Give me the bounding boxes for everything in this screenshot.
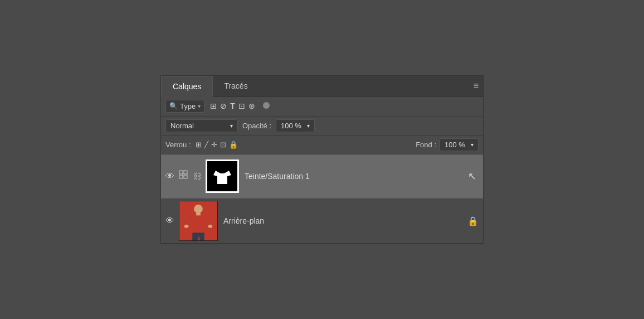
- layer-thumbnail: [206, 160, 239, 193]
- filter-type-select[interactable]: 🔍 Type ▾: [165, 100, 204, 113]
- layer-thumbnail: [179, 201, 218, 241]
- layer-row[interactable]: 👁: [161, 199, 483, 244]
- filter-text-icon[interactable]: T: [230, 102, 235, 110]
- svg-point-6: [194, 205, 203, 214]
- filter-row: 🔍 Type ▾ ⊞ ⊘ T ⊡ ⊛: [161, 96, 483, 117]
- layer-visibility-icon[interactable]: 👁: [165, 216, 174, 226]
- filter-smart-icon[interactable]: ⊛: [248, 102, 255, 110]
- fond-section: Fond : 100 % ▾: [416, 138, 479, 151]
- lock-transparent-icon[interactable]: ⊞: [196, 141, 202, 149]
- lock-position-icon[interactable]: ✛: [211, 141, 217, 149]
- svg-rect-2: [179, 175, 183, 178]
- layer-type-icon: [179, 170, 189, 182]
- lock-label: Verrou :: [165, 141, 191, 149]
- filter-adjustment-icon[interactable]: ⊘: [220, 102, 227, 110]
- fond-label: Fond :: [416, 141, 436, 149]
- blend-mode-chevron: ▾: [230, 123, 233, 129]
- filter-icons-group: ⊞ ⊘ T ⊡ ⊛: [210, 102, 255, 110]
- layer-name: Teinte/Saturation 1: [245, 172, 468, 181]
- lock-all-icon[interactable]: 🔒: [229, 141, 238, 149]
- layer-link-icon: ⛓: [193, 172, 201, 181]
- layer-row[interactable]: 👁 ⛓ Teinte/Saturation 1: [161, 154, 483, 199]
- svg-rect-0: [179, 171, 183, 174]
- layer-name: Arrière-plan: [223, 216, 467, 225]
- lock-row: Verrou : ⊞ ╱ ✛ ⊡ 🔒 Fond : 100 % ▾: [161, 136, 483, 154]
- svg-rect-7: [196, 212, 201, 215]
- layer-visibility-icon[interactable]: 👁: [165, 171, 174, 181]
- filter-image-icon[interactable]: ⊞: [210, 102, 217, 110]
- lock-icons-group: ⊞ ╱ ✛ ⊡ 🔒: [196, 141, 238, 149]
- blend-mode-select[interactable]: Normal ▾: [165, 119, 238, 132]
- lock-artboard-icon[interactable]: ⊡: [220, 141, 226, 149]
- svg-rect-1: [184, 171, 187, 174]
- panel-menu-icon[interactable]: ≡: [474, 81, 479, 91]
- opacity-label: Opacité :: [242, 122, 271, 130]
- lock-pixels-icon[interactable]: ╱: [204, 141, 208, 148]
- tab-calques[interactable]: Calques: [161, 76, 213, 96]
- filter-type-chevron: ▾: [198, 103, 201, 109]
- search-icon: 🔍: [169, 102, 178, 110]
- layers-list: 👁 ⛓ Teinte/Saturation 1: [161, 154, 483, 244]
- tabs-bar: Calques Tracés ≡: [161, 76, 483, 96]
- tab-traces[interactable]: Tracés: [213, 76, 258, 96]
- opacity-chevron: ▾: [307, 123, 310, 129]
- svg-rect-3: [184, 175, 187, 178]
- svg-point-8: [184, 225, 189, 228]
- cursor-icon: ↖: [468, 170, 476, 182]
- filter-dot: [263, 102, 270, 110]
- layer-lock-icon: 🔒: [467, 216, 479, 226]
- filter-shape-icon[interactable]: ⊡: [238, 102, 245, 110]
- fond-select[interactable]: 100 % ▾: [440, 138, 479, 151]
- fond-chevron: ▾: [471, 142, 474, 148]
- svg-point-9: [208, 225, 212, 228]
- opacity-select[interactable]: 100 % ▾: [276, 119, 315, 132]
- layers-panel: Calques Tracés ≡ 🔍 Type ▾ ⊞ ⊘ T ⊡ ⊛ Norm…: [160, 75, 484, 244]
- blend-row: Normal ▾ Opacité : 100 % ▾: [161, 117, 483, 136]
